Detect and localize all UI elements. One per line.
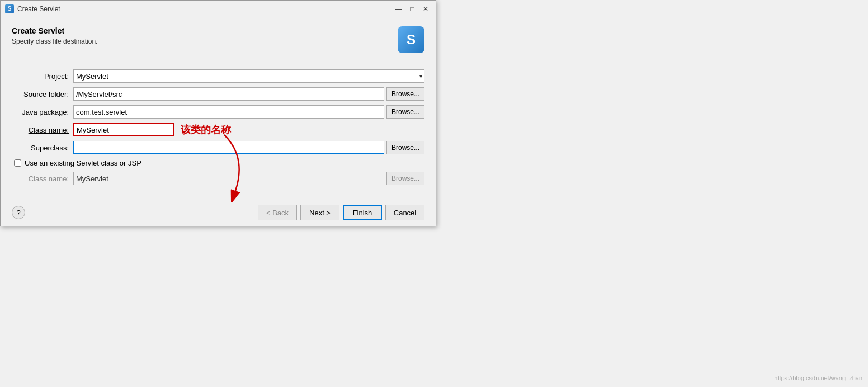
title-bar: S Create Servlet — □ ✕ <box>1 1 436 17</box>
class-name-row: Class name: 该类的名称 <box>12 123 424 136</box>
class-name-label: Class name: <box>12 126 73 134</box>
superclass-input-group: Browse... <box>73 141 424 154</box>
superclass-row: Superclass: Browse... <box>12 141 424 154</box>
cancel-button[interactable]: Cancel <box>385 205 424 220</box>
finish-button[interactable]: Finish <box>343 205 382 220</box>
java-package-row: Java package: Browse... <box>12 105 424 119</box>
form-section: Project: MyServlet ▾ Source folder: Brow… <box>12 69 424 185</box>
next-button[interactable]: Next > <box>300 205 339 220</box>
java-package-input-group: Browse... <box>73 105 424 119</box>
dialog-header-text: Create Servlet Specify class file destin… <box>12 26 97 45</box>
back-button[interactable]: < Back <box>258 205 297 220</box>
project-select-wrapper: MyServlet ▾ <box>73 69 424 83</box>
help-button[interactable]: ? <box>12 206 25 219</box>
existing-class-input-group: Browse... <box>73 172 424 185</box>
project-select[interactable]: MyServlet <box>73 69 424 83</box>
source-folder-input[interactable] <box>73 87 384 101</box>
existing-class-browse-button: Browse... <box>386 172 424 185</box>
title-bar-title: Create Servlet <box>17 5 60 13</box>
create-servlet-dialog: S Create Servlet — □ ✕ Create Servlet Sp… <box>0 0 436 226</box>
existing-servlet-label[interactable]: Use an existing Servlet class or JSP <box>25 159 141 167</box>
close-button[interactable]: ✕ <box>420 4 431 14</box>
dialog-header: Create Servlet Specify class file destin… <box>12 26 424 60</box>
dialog-footer: ? < Back Next > Finish Cancel <box>1 199 436 226</box>
dialog-title: Create Servlet <box>12 26 97 35</box>
project-row: Project: MyServlet ▾ <box>12 69 424 83</box>
dialog-icon: S <box>5 4 14 13</box>
superclass-input[interactable] <box>73 141 384 154</box>
source-folder-browse-button[interactable]: Browse... <box>386 87 424 101</box>
class-name-annotation: 该类的名称 <box>176 123 231 136</box>
project-label: Project: <box>12 72 73 81</box>
source-folder-row: Source folder: Browse... <box>12 87 424 101</box>
footer-buttons: < Back Next > Finish Cancel <box>258 205 424 220</box>
java-package-input[interactable] <box>73 105 384 119</box>
class-name-input[interactable] <box>73 123 174 136</box>
title-bar-left: S Create Servlet <box>5 4 60 13</box>
existing-class-label: Class name: <box>12 174 73 183</box>
source-folder-label: Source folder: <box>12 90 73 98</box>
existing-class-row: Class name: Browse... <box>12 172 424 185</box>
title-bar-controls: — □ ✕ <box>393 4 431 14</box>
java-package-label: Java package: <box>12 108 73 116</box>
checkbox-row: Use an existing Servlet class or JSP <box>12 159 424 167</box>
superclass-browse-button[interactable]: Browse... <box>386 141 424 154</box>
servlet-icon: S <box>398 26 424 53</box>
superclass-label: Superclass: <box>12 144 73 152</box>
java-package-browse-button[interactable]: Browse... <box>386 105 424 119</box>
watermark: https://blog.csdn.net/wang_zhan <box>774 375 862 381</box>
minimize-button[interactable]: — <box>393 4 404 14</box>
dialog-content: Create Servlet Specify class file destin… <box>1 17 436 199</box>
class-name-input-group: 该类的名称 <box>73 123 424 136</box>
existing-class-input[interactable] <box>73 172 384 185</box>
maximize-button[interactable]: □ <box>407 4 418 14</box>
dialog-subtitle: Specify class file destination. <box>12 37 97 45</box>
source-folder-input-group: Browse... <box>73 87 424 101</box>
existing-servlet-checkbox[interactable] <box>14 159 21 167</box>
